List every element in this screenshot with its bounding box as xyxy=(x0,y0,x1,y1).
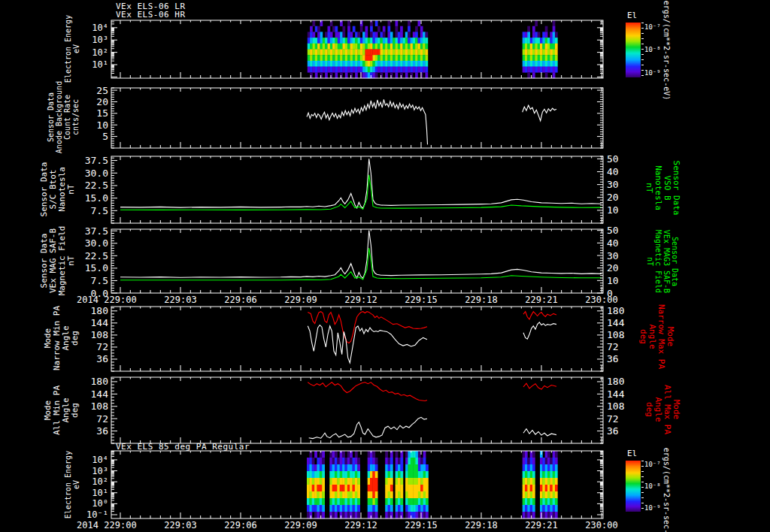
svg-text:10³: 10³ xyxy=(92,35,108,45)
axis-label-line: nT xyxy=(67,255,76,265)
svg-text:10²: 10² xyxy=(92,47,108,58)
svg-text:144: 144 xyxy=(91,317,109,328)
colorbar-bottom xyxy=(626,461,641,512)
svg-text:10: 10 xyxy=(607,204,619,216)
axis-label-line: eV xyxy=(72,480,80,489)
svg-text:50: 50 xyxy=(607,225,619,236)
svg-text:10⁴: 10⁴ xyxy=(92,23,108,33)
series-vso-b xyxy=(120,175,602,210)
svg-text:180: 180 xyxy=(607,376,624,387)
svg-text:229:06: 229:06 xyxy=(224,295,256,305)
panel-p2: 252015105 xyxy=(96,85,603,148)
panel4-right-label: Sensor Data VEx MAG3 SAF-B Magnetic Fiel… xyxy=(646,230,679,293)
series-narrow-max-pa xyxy=(523,312,556,319)
panel6-y-label: Mode All Min PA Angle deg xyxy=(44,385,80,435)
svg-text:10²: 10² xyxy=(92,476,108,487)
axis-label-line: Angle xyxy=(653,397,662,422)
svg-text:144: 144 xyxy=(607,317,625,328)
svg-text:72: 72 xyxy=(607,413,619,425)
svg-text:108: 108 xyxy=(91,401,108,412)
axis-label-line: cnts/sec xyxy=(71,99,80,135)
svg-text:5: 5 xyxy=(102,131,108,142)
panel-p7: 10⁴10³10²10¹10⁰10⁻¹ xyxy=(86,451,603,520)
svg-text:10⁴: 10⁴ xyxy=(92,455,108,465)
axis-label-line: Electron Energy xyxy=(64,451,72,518)
svg-text:229:15: 229:15 xyxy=(405,295,437,305)
axis-label-line: deg xyxy=(644,402,653,417)
svg-text:25: 25 xyxy=(96,85,108,96)
colorbar-unit-bottom: ergs/(cm**2-sr-sec-eV) xyxy=(662,448,671,532)
series-narrow-max-pa xyxy=(308,312,427,343)
panel2-y-label: Sensor Data Anode Background Count Rate … xyxy=(47,81,80,153)
time-axis-labels: 2014229:00229:03229:06229:09229:12229:15… xyxy=(77,295,618,305)
panel-p5: 18014410872361801441087236 xyxy=(91,305,625,371)
series-mag-field xyxy=(120,231,602,279)
axis-label-line: Electron Energy xyxy=(64,15,72,83)
svg-text:20: 20 xyxy=(607,192,619,203)
svg-text:180: 180 xyxy=(91,305,108,316)
axis-label-line: Nanotesla xyxy=(653,165,662,210)
colorbar-tick: 10⁻⁸ xyxy=(644,482,661,490)
svg-text:229:09: 229:09 xyxy=(284,295,317,305)
svg-text:229:03: 229:03 xyxy=(164,520,196,530)
series-narrow-min-pa xyxy=(308,325,427,363)
axis-label-line: Sensor Data xyxy=(671,161,681,216)
svg-text:22.5: 22.5 xyxy=(85,180,108,191)
svg-text:229:21: 229:21 xyxy=(525,520,557,530)
axis-label-line: VEx MAG3 SAF-B xyxy=(662,230,671,293)
svg-text:180: 180 xyxy=(607,305,624,316)
series-all-max-pa xyxy=(523,383,556,389)
axis-label-line: VSO B xyxy=(662,175,671,200)
series-count-rate xyxy=(523,105,556,121)
svg-text:37.5: 37.5 xyxy=(85,155,108,166)
svg-text:36: 36 xyxy=(96,353,108,364)
svg-text:72: 72 xyxy=(607,341,619,352)
svg-text:229:18: 229:18 xyxy=(465,520,497,530)
panel5-right-label: Mode Narrow Max PA Angle deg xyxy=(638,304,675,369)
svg-text:72: 72 xyxy=(96,341,108,352)
svg-text:229:00: 229:00 xyxy=(104,520,136,530)
svg-text:30.0: 30.0 xyxy=(85,168,108,179)
svg-text:108: 108 xyxy=(607,401,624,412)
svg-text:20: 20 xyxy=(607,262,619,274)
plot-page: 10⁴10³10²10¹25201510537.530.022.515.07.5… xyxy=(0,0,770,532)
svg-text:50: 50 xyxy=(607,153,619,165)
colorbar-tick: 10⁻⁷ xyxy=(644,461,661,468)
series-all-min-pa xyxy=(523,429,556,436)
panel1-y-label: Electron Energy eV xyxy=(64,15,80,83)
colorbar-tick: 10⁻⁹ xyxy=(644,69,661,77)
svg-text:108: 108 xyxy=(91,329,108,340)
svg-text:40: 40 xyxy=(607,237,619,249)
axis-label-line: Count Rate xyxy=(63,95,71,140)
svg-text:10⁻¹: 10⁻¹ xyxy=(86,509,108,520)
series-all-max-pa xyxy=(308,382,427,401)
axis-label-line: deg xyxy=(71,331,80,346)
svg-text:30: 30 xyxy=(607,179,619,190)
svg-text:10¹: 10¹ xyxy=(92,59,108,70)
svg-text:20: 20 xyxy=(96,96,108,107)
axis-label-line: All Max PA xyxy=(662,385,671,434)
svg-text:7.5: 7.5 xyxy=(91,275,108,286)
colorbar-title-top: El xyxy=(627,11,637,20)
svg-text:229:06: 229:06 xyxy=(224,520,256,530)
series-sc-btot xyxy=(120,159,602,208)
panel7-title: VEx ELS 85 deg PA Regular xyxy=(116,442,250,452)
panel3-y-label: Sensor Data S/C Btot Nanotesla nT xyxy=(40,162,76,217)
axis-label-line: deg xyxy=(71,403,80,418)
svg-text:229:03: 229:03 xyxy=(164,295,196,305)
panel1-title-line2: VEx ELS-06 HR xyxy=(116,10,186,20)
panel-p1: 10⁴10³10²10¹ xyxy=(92,20,603,78)
svg-text:30.0: 30.0 xyxy=(85,237,108,249)
svg-text:230:00: 230:00 xyxy=(585,520,617,530)
series-mag3-saf-b xyxy=(120,248,602,280)
svg-text:36: 36 xyxy=(607,353,619,364)
panel-p3: 37.530.022.515.07.55040302010 xyxy=(85,153,619,223)
axis-label-line: nT xyxy=(644,183,653,192)
svg-text:180: 180 xyxy=(91,376,108,387)
svg-text:10¹: 10¹ xyxy=(92,488,108,498)
axis-label-line: Magnetic Field xyxy=(654,230,662,293)
svg-text:40: 40 xyxy=(607,166,619,177)
svg-text:108: 108 xyxy=(607,329,624,340)
svg-text:229:09: 229:09 xyxy=(284,520,317,530)
axis-label-line: Sensor Data xyxy=(47,92,55,142)
